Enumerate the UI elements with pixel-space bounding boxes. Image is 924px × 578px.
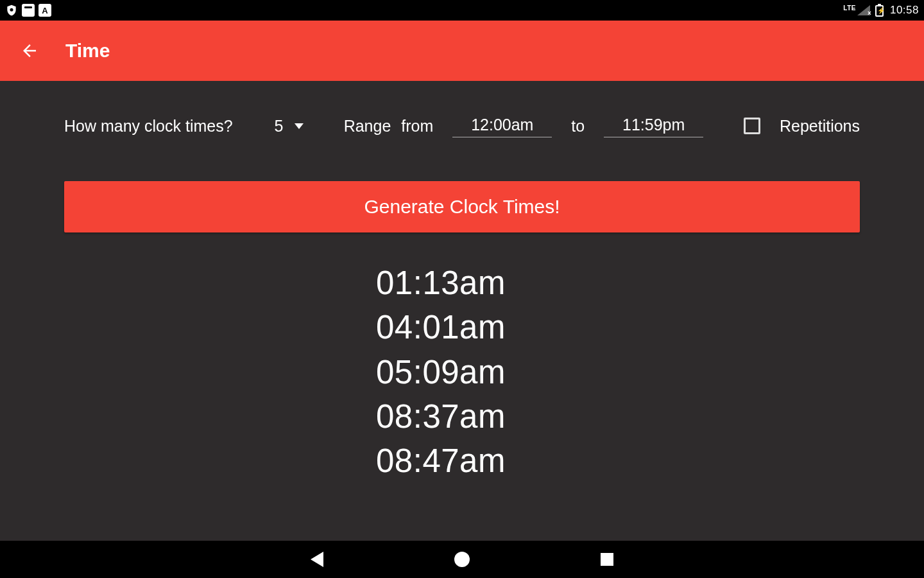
range-label: Range — [344, 117, 391, 136]
result-item: 08:37am — [376, 394, 860, 439]
from-label: from — [401, 117, 433, 136]
arrow-left-icon — [20, 41, 39, 60]
nav-back-button[interactable] — [305, 548, 329, 571]
sd-card-icon — [22, 4, 35, 17]
result-item: 04:01am — [376, 305, 860, 349]
range-from-input[interactable] — [452, 114, 552, 137]
battery-charging-icon: ⚡ — [875, 4, 884, 17]
svg-point-0 — [10, 8, 13, 12]
result-item: 08:47am — [376, 439, 860, 483]
android-status-bar: A LTE × ⚡ 10:58 — [0, 0, 924, 21]
back-button[interactable] — [19, 40, 40, 61]
generate-button[interactable]: Generate Clock Times! — [64, 181, 860, 232]
android-nav-bar — [0, 541, 924, 578]
content-area: How many clock times? 5 Range from to Re… — [0, 81, 924, 541]
square-recent-icon — [601, 553, 613, 566]
network-lte-label: LTE — [843, 4, 856, 12]
page-title: Time — [65, 40, 110, 62]
cell-signal-icon: × — [857, 5, 870, 15]
status-clock: 10:58 — [890, 4, 919, 17]
app-bar: Time — [0, 21, 924, 81]
result-item: 01:13am — [376, 261, 860, 305]
circle-home-icon — [454, 552, 470, 567]
repetitions-label: Repetitions — [780, 117, 860, 136]
shield-icon — [5, 4, 18, 17]
to-label: to — [571, 117, 585, 136]
keyboard-a-icon: A — [38, 4, 51, 17]
nav-recent-button[interactable] — [595, 548, 619, 571]
results-list: 01:13am 04:01am 05:09am 08:37am 08:47am — [64, 261, 860, 484]
result-item: 05:09am — [376, 350, 860, 394]
triangle-back-icon — [311, 552, 323, 567]
status-bar-left: A — [5, 4, 51, 17]
repetitions-checkbox[interactable] — [744, 118, 760, 134]
range-to-input[interactable] — [604, 114, 703, 137]
count-dropdown[interactable]: 5 — [275, 117, 304, 136]
parameters-row: How many clock times? 5 Range from to Re… — [64, 107, 860, 145]
nav-home-button[interactable] — [450, 548, 474, 571]
chevron-down-icon — [295, 123, 304, 129]
status-bar-right: LTE × ⚡ 10:58 — [843, 4, 919, 17]
how-many-label: How many clock times? — [64, 117, 233, 136]
count-value: 5 — [275, 117, 284, 136]
